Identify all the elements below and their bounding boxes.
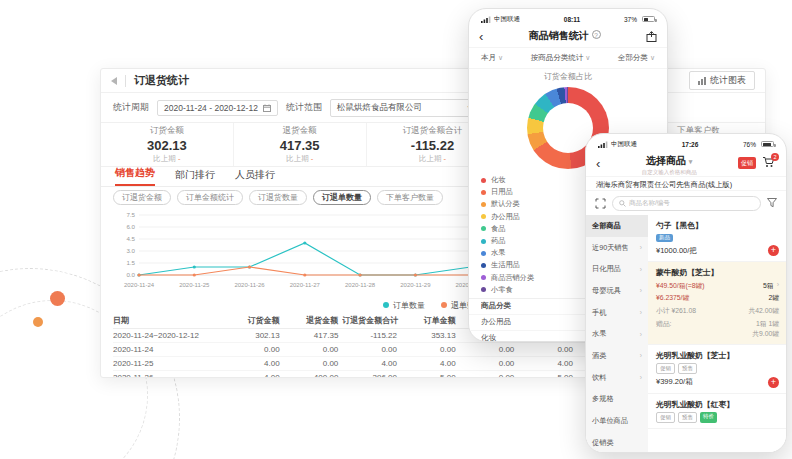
unit-price-row: ¥6.2375/罐2罐 (656, 293, 779, 303)
svg-text:6.0: 6.0 (126, 223, 135, 230)
svg-text:2020-11-29: 2020-11-29 (400, 282, 431, 288)
legend-label: 生活用品 (491, 260, 520, 270)
stats-chart-button[interactable]: 统计图表 (689, 71, 755, 90)
category-item[interactable]: 日化用品› (586, 258, 648, 280)
mini-table-header-cell: 商品分类 (481, 301, 573, 311)
unit-price-row: 小计 ¥261.08共42.00罐 (656, 306, 779, 316)
category-sidebar: 全部商品近90天销售›日化用品›母婴玩具›手机›水果›酒类›饮料›多规格小单位商… (586, 215, 648, 453)
share-icon[interactable] (646, 31, 657, 42)
category-item[interactable]: 酒类› (586, 345, 648, 367)
table-cell: 0.00 (460, 373, 519, 378)
metric-pill[interactable]: 订单金额统计 (177, 190, 243, 205)
promo-badge[interactable]: 促销 (738, 157, 756, 169)
legend-dot (481, 202, 486, 207)
category-item[interactable]: 小单位商品 (586, 410, 648, 432)
product-tag: 特价 (700, 412, 717, 423)
clock-label: 17:26 (640, 141, 740, 148)
product-card[interactable]: 光明乳业酸奶【芝士】促销预售¥399.20/箱+ (648, 345, 786, 394)
filter-funnel-icon[interactable] (767, 198, 777, 208)
filter-dropdowns: 本月 ∨按商品分类统计 ∨全部分类 ∨ (469, 47, 667, 69)
back-icon[interactable] (111, 77, 117, 85)
tab-部门排行[interactable]: 部门排行 (175, 168, 215, 186)
table-header-cell: 订货金额 (225, 315, 284, 326)
category-item[interactable]: 饮料› (586, 367, 648, 389)
period-label: 统计周期 (113, 101, 149, 114)
svg-text:3.0: 3.0 (126, 247, 135, 254)
category-item[interactable]: 多规格 (586, 389, 648, 411)
table-cell: 400.00 (284, 373, 343, 378)
help-icon[interactable]: ? (592, 30, 601, 39)
add-to-cart-button[interactable]: + (768, 245, 779, 256)
legend-label: 办公用品 (491, 212, 520, 222)
stat-value: 417.35 (234, 138, 366, 153)
unit-qty: 5箱 (763, 281, 774, 291)
category-item[interactable]: 手机› (586, 302, 648, 324)
chevron-right-icon: › (777, 281, 779, 288)
back-icon[interactable]: ‹ (596, 157, 600, 170)
product-card[interactable]: 光明乳业酸奶【红枣】促销预售特价 (648, 394, 786, 429)
cart-icon[interactable]: 2 (762, 156, 776, 170)
metric-pill[interactable]: 订退单数量 (313, 190, 371, 205)
add-to-cart-button[interactable]: + (768, 377, 779, 388)
scope-select[interactable]: 松鼠烘焙食品有限公司 ▼ (330, 99, 480, 117)
category-item[interactable]: 近90天销售› (586, 237, 648, 259)
legend-label: 日用品 (491, 187, 513, 197)
stat-card: 订货金额302.13比上期 - (101, 123, 234, 166)
table-cell: 2020-11-24 (113, 345, 225, 354)
product-card[interactable]: 勺子【黑色】新品¥1000.00/把+ (648, 215, 786, 262)
search-input[interactable]: 商品名称/编号 (612, 196, 761, 211)
unit-qty: 2罐 (768, 293, 779, 303)
battery-icon (761, 141, 774, 147)
tab-销售趋势[interactable]: 销售趋势 (115, 166, 155, 186)
mini-table-category: 办公用品 (481, 317, 573, 327)
metric-pill[interactable]: 订退货数量 (249, 190, 307, 205)
chevron-down-icon: ∨ (498, 54, 503, 61)
legend-dot (383, 302, 389, 308)
filter-dropdown[interactable]: 全部分类 ∨ (618, 53, 655, 63)
product-tag: 新品 (656, 234, 673, 243)
stat-value: 302.13 (101, 138, 233, 153)
table-cell: 0.00 (401, 345, 460, 354)
category-item[interactable]: 促销类 (586, 432, 648, 453)
table-header-cell: 退货金额 (284, 315, 343, 326)
stat-card: 退货金额417.35比上期 - (234, 123, 367, 166)
status-bar: 中国联通 17:26 76% (586, 134, 786, 150)
bar-chart-icon (698, 77, 706, 85)
store-name-line: 湖海乐商贸有限责任公司先售商品(线上版) (586, 176, 786, 191)
product-browser: 全部商品近90天销售›日化用品›母婴玩具›手机›水果›酒类›饮料›多规格小单位商… (586, 215, 786, 453)
scan-icon[interactable] (595, 198, 606, 209)
stats-chart-button-label: 统计图表 (710, 74, 746, 87)
cart-badge: 2 (771, 153, 779, 161)
scope-select-value: 松鼠烘焙食品有限公司 (337, 102, 460, 114)
product-tag: 促销 (656, 412, 675, 423)
unit-qty: 1箱 1罐 共9.00罐 (752, 319, 779, 339)
metric-pill[interactable]: 订退货金额 (113, 190, 171, 205)
chevron-down-icon: ▾ (689, 158, 693, 165)
chevron-down-icon: ∨ (650, 54, 655, 61)
category-item[interactable]: 水果› (586, 323, 648, 345)
legend-label: 默认分类 (491, 199, 520, 209)
donut-section-title: 订货金额占比 (469, 69, 667, 85)
product-card[interactable]: 蒙牛酸奶【芝士】¥49.50/箱(=8罐)5箱›¥6.2375/罐2罐小计 ¥2… (648, 262, 786, 344)
date-range-input[interactable]: 2020-11-24 - 2020-12-12 (157, 100, 278, 116)
table-header-cell: 订单金额 (401, 315, 460, 326)
search-icon (619, 200, 626, 207)
nav-title: 商品销售统计? (483, 29, 646, 43)
clock-label: 08:11 (523, 16, 621, 23)
stat-compare: 比上期 - (234, 154, 366, 164)
svg-text:2020-11-25: 2020-11-25 (179, 282, 210, 288)
tab-人员排行[interactable]: 人员排行 (235, 168, 275, 186)
product-tag: 预售 (678, 412, 697, 423)
chevron-right-icon: › (640, 374, 642, 381)
category-item[interactable]: 母婴玩具› (586, 280, 648, 302)
table-cell: 0.00 (460, 359, 519, 368)
metric-pill[interactable]: 下单客户数量 (377, 190, 443, 205)
nav-title-block[interactable]: 选择商品 ▾ 自定义输入价格和商品 (606, 150, 732, 176)
calendar-icon (263, 104, 271, 112)
filter-dropdown[interactable]: 本月 ∨ (481, 53, 503, 63)
table-cell: 302.13 (225, 331, 284, 340)
battery-icon (642, 16, 655, 22)
filter-dropdown[interactable]: 按商品分类统计 ∨ (531, 53, 591, 63)
category-item[interactable]: 全部商品 (586, 215, 648, 237)
legend-dot (481, 263, 486, 268)
